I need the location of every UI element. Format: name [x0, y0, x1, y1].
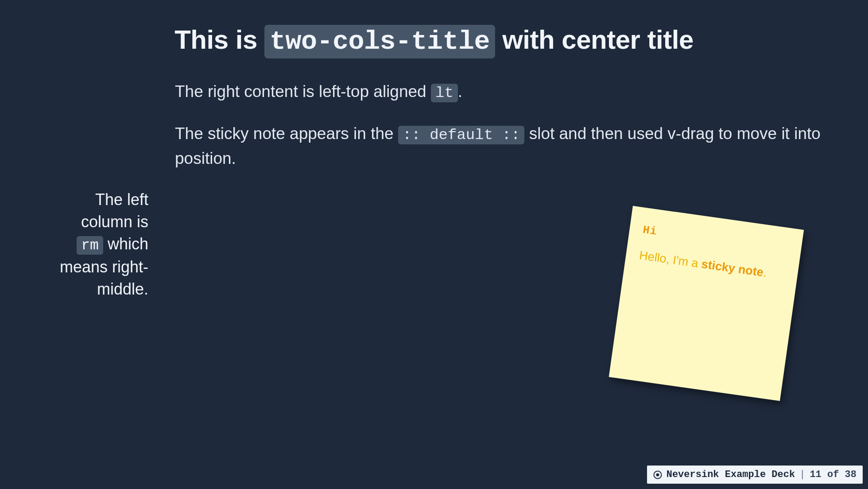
right-p2-before: The sticky note appears in the: [175, 124, 398, 143]
left-text-after: which means right-middle.: [60, 235, 148, 298]
right-paragraph-2: The sticky note appears in the :: defaul…: [175, 122, 833, 170]
left-code: rm: [77, 236, 103, 255]
footer-page-indicator: 11 of 38: [810, 469, 856, 480]
target-icon: [653, 470, 662, 479]
slide-footer: Neversink Example Deck | 11 of 38: [647, 466, 863, 484]
title-suffix: with center title: [495, 25, 694, 54]
left-text-before: The left column is: [81, 190, 148, 231]
left-column-text: The left column is rm which means right-…: [55, 189, 148, 301]
title-code: two-cols-title: [264, 25, 495, 58]
sticky-body-before: Hello, I'm a: [639, 248, 702, 270]
slide: This is two-cols-title with center title…: [0, 0, 868, 489]
left-column: The left column is rm which means right-…: [0, 0, 153, 489]
right-p2-code: :: default ::: [398, 126, 525, 144]
svg-point-1: [656, 473, 659, 476]
sticky-body-strong: sticky note: [701, 257, 764, 279]
sticky-note[interactable]: Hi Hello, I'm a sticky note.: [609, 206, 804, 401]
right-p1-before: The right content is left-top aligned: [175, 82, 431, 101]
footer-separator: |: [799, 469, 805, 480]
title-prefix: This is: [174, 25, 264, 54]
right-column: The right content is left-top aligned lt…: [175, 80, 833, 188]
right-p1-code: lt: [431, 84, 458, 102]
right-paragraph-1: The right content is left-top aligned lt…: [175, 80, 833, 104]
right-p1-after: .: [458, 82, 462, 101]
footer-deck-name: Neversink Example Deck: [666, 469, 795, 480]
